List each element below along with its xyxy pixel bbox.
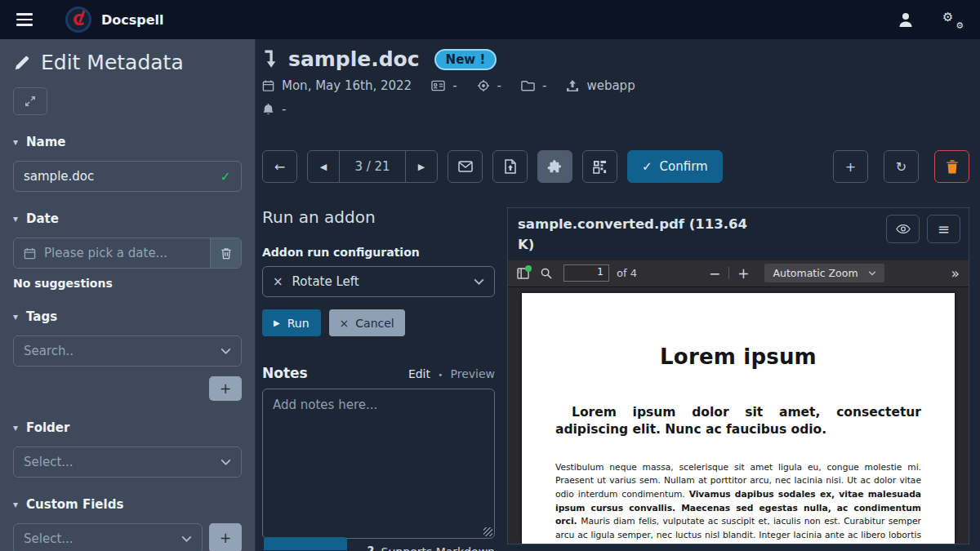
folder-section: ▾ Folder Select... (13, 420, 242, 478)
date-placeholder: Please pick a date... (44, 246, 167, 260)
correspondent-value: - (452, 78, 457, 93)
pencil-icon (13, 54, 31, 72)
pdf-tools-button[interactable]: » (951, 265, 960, 282)
chevron-down-icon (474, 278, 484, 285)
chevron-down-icon (220, 459, 231, 465)
concerning-crosshair-icon (477, 79, 490, 92)
zoom-level-select[interactable]: Automatic Zoom (764, 264, 884, 282)
add-custom-field-button[interactable]: + (209, 523, 242, 551)
source-value: webapp (586, 78, 635, 93)
preview-eye-button[interactable] (886, 215, 920, 243)
custom-fields-section-toggle[interactable]: ▾ Custom Fields (13, 497, 242, 512)
send-mail-button[interactable] (448, 150, 483, 183)
menu-icon[interactable] (16, 13, 33, 26)
folder-placeholder: Select... (24, 455, 74, 469)
next-item-button[interactable]: ▶ (406, 151, 437, 182)
clear-date-button[interactable] (210, 238, 241, 268)
zoom-in-button[interactable]: + (733, 265, 754, 282)
back-arrow-icon: ← (274, 159, 285, 175)
pdf-doc-title: Lorem ipsum (555, 344, 921, 369)
item-detail-main: sample.doc New ! Mon, May 16th, 2022 - -… (256, 39, 980, 551)
custom-field-select[interactable]: Select... (13, 523, 203, 551)
add-item-button[interactable]: + (833, 150, 868, 183)
expand-sidebar-button[interactable] (13, 87, 47, 115)
sidebar-title-row: Edit Metadata (13, 51, 242, 74)
pdf-page-total: of 4 (617, 267, 637, 279)
pdf-preview-panel: sample.converted.pdf (113.64 K) ≡ (507, 207, 969, 544)
pdf-viewer-canvas[interactable]: Lorem ipsum Lorem ipsum dolor sit amet, … (508, 287, 969, 544)
refresh-icon: ↻ (896, 159, 906, 175)
notes-heading: Notes (262, 365, 308, 381)
date-picker-input[interactable]: Please pick a date... (14, 238, 210, 268)
plus-icon: + (845, 159, 856, 175)
prev-item-button[interactable]: ◀ (308, 151, 339, 182)
tags-section-toggle[interactable]: ▾ Tags (13, 309, 242, 324)
sidebar-title: Edit Metadata (41, 51, 184, 74)
reprocess-button[interactable]: ↻ (884, 150, 919, 183)
confirm-button[interactable]: ✓ Confirm (627, 150, 723, 183)
pdf-doc-paragraph: Vestibulum neque massa, scelerisque sit … (555, 461, 921, 544)
custom-fields-section-label: Custom Fields (26, 497, 123, 512)
custom-fields-section: ▾ Custom Fields Select... + (13, 497, 242, 551)
folder-icon (521, 80, 535, 91)
clear-selection-icon[interactable]: × (273, 274, 283, 289)
pdfjs-toolbar: 1 of 4 − + Automatic Zoom » (508, 260, 969, 287)
trash-icon (946, 159, 959, 174)
zoom-level-value: Automatic Zoom (773, 267, 858, 279)
pdf-page: Lorem ipsum Lorem ipsum dolor sit amet, … (522, 293, 955, 544)
addon-config-label: Addon run configuration (262, 246, 495, 259)
status-dot (525, 265, 532, 272)
concerning-value: - (497, 78, 501, 93)
docspell-logo[interactable]: C (65, 7, 91, 33)
expand-icon (24, 96, 36, 107)
date-section-toggle[interactable]: ▾ Date (13, 211, 242, 226)
tags-search-select[interactable]: Search.. (13, 335, 242, 367)
saved-check-icon: ✓ (220, 169, 231, 184)
name-value: sample.doc (24, 169, 94, 184)
zoom-out-button[interactable]: − (704, 265, 725, 282)
user-icon[interactable] (897, 11, 915, 29)
attach-file-button[interactable] (492, 150, 528, 183)
save-notes-button[interactable] (264, 537, 347, 550)
puzzle-piece-icon (547, 159, 563, 175)
pager-group: ◀ 3 / 21 ▶ (307, 150, 438, 183)
tags-section-label: Tags (26, 309, 57, 324)
envelope-icon (458, 161, 473, 172)
qr-code-button[interactable] (582, 150, 617, 183)
pdf-search-button[interactable] (541, 268, 552, 279)
delete-item-button[interactable] (934, 150, 969, 183)
folder-select[interactable]: Select... (13, 447, 242, 478)
name-section-label: Name (26, 135, 65, 149)
upload-source-icon (566, 79, 579, 92)
notes-textarea[interactable]: Add notes here... (262, 389, 495, 539)
new-badge[interactable]: New ! (434, 49, 497, 70)
addon-config-select[interactable]: × Rotate Left (262, 266, 495, 297)
notes-edit-link[interactable]: Edit (408, 367, 430, 380)
add-tag-button[interactable]: + (209, 376, 242, 401)
cancel-addon-button[interactable]: × Cancel (329, 309, 405, 336)
bell-icon (262, 103, 274, 116)
question-icon: ? (367, 544, 374, 551)
attachment-menu-button[interactable]: ≡ (927, 215, 960, 243)
caret-right-icon: ▶ (418, 162, 425, 172)
folder-section-toggle[interactable]: ▾ Folder (13, 420, 242, 435)
file-upload-icon (505, 159, 516, 174)
addons-button[interactable] (537, 150, 572, 183)
settings-gears-icon[interactable]: ⚙⚙ (942, 10, 964, 29)
run-addon-button[interactable]: ▶ Run (262, 309, 321, 336)
attachment-filename: sample.converted.pdf (113.64 K) (518, 215, 763, 256)
name-section-toggle[interactable]: ▾ Name (13, 135, 242, 149)
notes-preview-link[interactable]: Preview (451, 367, 496, 380)
caret-down-icon: ▾ (13, 499, 18, 510)
back-button[interactable]: ← (262, 150, 297, 183)
resize-handle[interactable] (483, 527, 492, 536)
play-icon: ▶ (274, 318, 280, 327)
item-title: sample.doc (288, 47, 420, 71)
pager-position: 3 / 21 (339, 151, 406, 182)
name-input[interactable]: sample.doc ✓ (13, 161, 242, 192)
cancel-label: Cancel (355, 317, 394, 330)
pdf-page-input[interactable]: 1 (564, 264, 609, 282)
pdf-sidebar-toggle-button[interactable] (517, 268, 529, 279)
x-icon: × (340, 317, 350, 330)
confirm-label: Confirm (660, 159, 708, 174)
